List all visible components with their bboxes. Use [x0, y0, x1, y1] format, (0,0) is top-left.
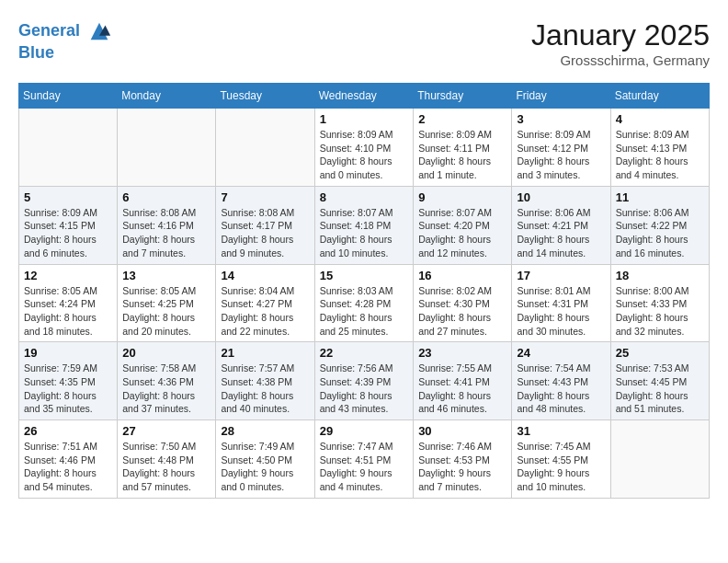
day-number: 24: [517, 346, 605, 360]
day-number: 15: [320, 269, 408, 282]
day-info: Sunrise: 7:49 AM Sunset: 4:50 PM Dayligh…: [221, 440, 309, 494]
day-info: Sunrise: 7:56 AM Sunset: 4:39 PM Dayligh…: [320, 362, 408, 416]
calendar-cell: 5Sunrise: 8:09 AM Sunset: 4:15 PM Daylig…: [19, 186, 118, 264]
calendar-cell: 18Sunrise: 8:00 AM Sunset: 4:33 PM Dayli…: [610, 264, 709, 342]
calendar-cell: 24Sunrise: 7:54 AM Sunset: 4:43 PM Dayli…: [512, 342, 610, 420]
day-info: Sunrise: 7:45 AM Sunset: 4:55 PM Dayligh…: [517, 440, 605, 494]
weekday-header-wednesday: Wednesday: [314, 84, 413, 109]
day-number: 8: [320, 190, 408, 204]
day-info: Sunrise: 8:07 AM Sunset: 4:20 PM Dayligh…: [418, 206, 506, 260]
calendar-cell: 14Sunrise: 8:04 AM Sunset: 4:27 PM Dayli…: [216, 264, 314, 342]
title-block: January 2025 Grossschirma, Germany: [531, 18, 710, 68]
calendar-cell: [118, 109, 216, 187]
calendar-cell: 7Sunrise: 8:08 AM Sunset: 4:17 PM Daylig…: [216, 186, 314, 264]
day-info: Sunrise: 7:51 AM Sunset: 4:46 PM Dayligh…: [24, 440, 112, 494]
day-number: 25: [616, 346, 704, 360]
day-info: Sunrise: 8:01 AM Sunset: 4:31 PM Dayligh…: [517, 284, 605, 339]
logo: General Blue: [18, 18, 112, 63]
calendar-cell: 30Sunrise: 7:46 AM Sunset: 4:53 PM Dayli…: [414, 420, 512, 499]
weekday-header-friday: Friday: [512, 84, 610, 109]
day-info: Sunrise: 8:09 AM Sunset: 4:15 PM Dayligh…: [24, 206, 112, 260]
day-number: 9: [418, 190, 506, 204]
calendar-cell: 8Sunrise: 8:07 AM Sunset: 4:18 PM Daylig…: [314, 186, 413, 264]
weekday-header-monday: Monday: [118, 84, 216, 109]
weekday-header-thursday: Thursday: [414, 84, 512, 109]
day-number: 30: [418, 424, 506, 438]
calendar-table: SundayMondayTuesdayWednesdayThursdayFrid…: [18, 83, 710, 499]
day-info: Sunrise: 7:55 AM Sunset: 4:41 PM Dayligh…: [418, 362, 506, 416]
day-number: 23: [418, 346, 506, 360]
weekday-header-saturday: Saturday: [610, 84, 709, 109]
day-info: Sunrise: 8:00 AM Sunset: 4:33 PM Dayligh…: [616, 284, 704, 339]
day-number: 16: [418, 269, 506, 282]
calendar-week-row: 26Sunrise: 7:51 AM Sunset: 4:46 PM Dayli…: [19, 420, 710, 499]
calendar-cell: 17Sunrise: 8:01 AM Sunset: 4:31 PM Dayli…: [512, 264, 610, 342]
day-info: Sunrise: 8:07 AM Sunset: 4:18 PM Dayligh…: [320, 206, 408, 260]
day-info: Sunrise: 8:09 AM Sunset: 4:12 PM Dayligh…: [517, 128, 605, 182]
day-number: 26: [24, 424, 112, 438]
calendar-cell: 16Sunrise: 8:02 AM Sunset: 4:30 PM Dayli…: [414, 264, 512, 342]
logo-icon: [86, 18, 112, 44]
calendar-cell: 4Sunrise: 8:09 AM Sunset: 4:13 PM Daylig…: [610, 109, 709, 187]
day-number: 21: [221, 346, 309, 360]
calendar-cell: 27Sunrise: 7:50 AM Sunset: 4:48 PM Dayli…: [118, 420, 216, 499]
calendar-cell: 2Sunrise: 8:09 AM Sunset: 4:11 PM Daylig…: [414, 109, 512, 187]
calendar-cell: 21Sunrise: 7:57 AM Sunset: 4:38 PM Dayli…: [216, 342, 314, 420]
day-info: Sunrise: 7:50 AM Sunset: 4:48 PM Dayligh…: [122, 440, 210, 494]
day-number: 5: [24, 190, 112, 204]
calendar-cell: 10Sunrise: 8:06 AM Sunset: 4:21 PM Dayli…: [512, 186, 610, 264]
day-number: 20: [122, 346, 210, 360]
day-number: 1: [320, 112, 408, 126]
day-info: Sunrise: 8:05 AM Sunset: 4:25 PM Dayligh…: [122, 284, 210, 339]
day-info: Sunrise: 8:08 AM Sunset: 4:17 PM Dayligh…: [221, 206, 309, 260]
calendar-cell: 19Sunrise: 7:59 AM Sunset: 4:35 PM Dayli…: [19, 342, 118, 420]
calendar-week-row: 19Sunrise: 7:59 AM Sunset: 4:35 PM Dayli…: [19, 342, 710, 420]
day-info: Sunrise: 8:09 AM Sunset: 4:13 PM Dayligh…: [616, 128, 704, 182]
day-number: 29: [320, 424, 408, 438]
calendar-cell: 15Sunrise: 8:03 AM Sunset: 4:28 PM Dayli…: [314, 264, 413, 342]
logo-line1: General: [18, 21, 80, 40]
day-info: Sunrise: 7:47 AM Sunset: 4:51 PM Dayligh…: [320, 440, 408, 494]
location: Grossschirma, Germany: [531, 52, 710, 68]
calendar-week-row: 5Sunrise: 8:09 AM Sunset: 4:15 PM Daylig…: [19, 186, 710, 264]
month-title: January 2025: [531, 18, 710, 52]
day-number: 27: [122, 424, 210, 438]
weekday-header-sunday: Sunday: [19, 84, 118, 109]
day-number: 11: [616, 190, 704, 204]
day-number: 10: [517, 190, 605, 204]
day-number: 18: [616, 269, 704, 282]
weekday-header-tuesday: Tuesday: [216, 84, 314, 109]
calendar-cell: [19, 109, 118, 187]
day-number: 2: [418, 112, 506, 126]
day-info: Sunrise: 7:46 AM Sunset: 4:53 PM Dayligh…: [418, 440, 506, 494]
calendar-week-row: 12Sunrise: 8:05 AM Sunset: 4:24 PM Dayli…: [19, 264, 710, 342]
weekday-header-row: SundayMondayTuesdayWednesdayThursdayFrid…: [19, 84, 710, 109]
page-header: General Blue January 2025 Grossschirma, …: [18, 18, 710, 68]
day-number: 7: [221, 190, 309, 204]
day-info: Sunrise: 8:09 AM Sunset: 4:10 PM Dayligh…: [320, 128, 408, 182]
day-info: Sunrise: 8:08 AM Sunset: 4:16 PM Dayligh…: [122, 206, 210, 260]
calendar-cell: 28Sunrise: 7:49 AM Sunset: 4:50 PM Dayli…: [216, 420, 314, 499]
day-number: 19: [24, 346, 112, 360]
day-number: 22: [320, 346, 408, 360]
calendar-cell: 13Sunrise: 8:05 AM Sunset: 4:25 PM Dayli…: [118, 264, 216, 342]
day-info: Sunrise: 7:53 AM Sunset: 4:45 PM Dayligh…: [616, 362, 704, 416]
day-number: 6: [122, 190, 210, 204]
day-number: 3: [517, 112, 605, 126]
day-info: Sunrise: 8:04 AM Sunset: 4:27 PM Dayligh…: [221, 284, 309, 339]
day-number: 14: [221, 269, 309, 282]
calendar-cell: 12Sunrise: 8:05 AM Sunset: 4:24 PM Dayli…: [19, 264, 118, 342]
day-number: 28: [221, 424, 309, 438]
calendar-cell: 9Sunrise: 8:07 AM Sunset: 4:20 PM Daylig…: [414, 186, 512, 264]
calendar-cell: 1Sunrise: 8:09 AM Sunset: 4:10 PM Daylig…: [314, 109, 413, 187]
day-info: Sunrise: 7:59 AM Sunset: 4:35 PM Dayligh…: [24, 362, 112, 416]
calendar-week-row: 1Sunrise: 8:09 AM Sunset: 4:10 PM Daylig…: [19, 109, 710, 187]
day-number: 12: [24, 269, 112, 282]
day-info: Sunrise: 8:03 AM Sunset: 4:28 PM Dayligh…: [320, 284, 408, 339]
day-info: Sunrise: 8:06 AM Sunset: 4:22 PM Dayligh…: [616, 206, 704, 260]
day-number: 13: [122, 269, 210, 282]
calendar-cell: [216, 109, 314, 187]
calendar-cell: 26Sunrise: 7:51 AM Sunset: 4:46 PM Dayli…: [19, 420, 118, 499]
day-info: Sunrise: 7:54 AM Sunset: 4:43 PM Dayligh…: [517, 362, 605, 416]
day-info: Sunrise: 8:02 AM Sunset: 4:30 PM Dayligh…: [418, 284, 506, 339]
